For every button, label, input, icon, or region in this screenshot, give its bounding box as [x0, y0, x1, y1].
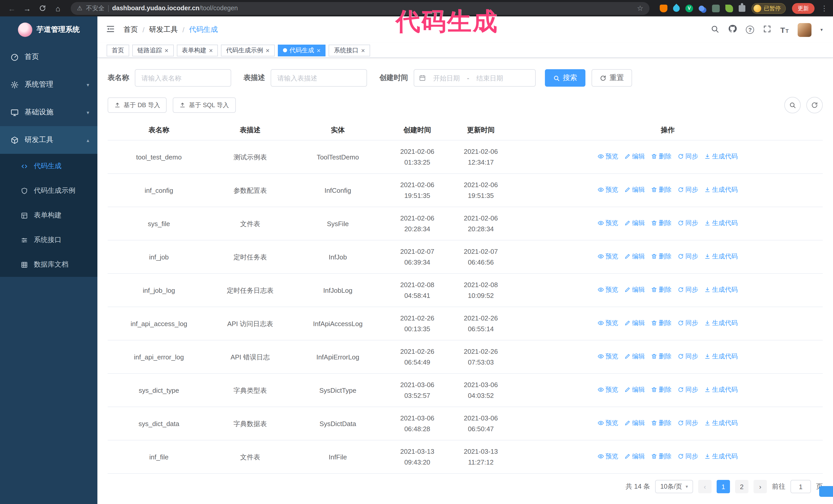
bookmark-star-icon[interactable]: ☆ [637, 4, 643, 12]
breadcrumb-devtools[interactable]: 研发工具 [149, 25, 178, 34]
action-edit[interactable]: 编辑 [624, 451, 645, 462]
kebab-menu-icon[interactable]: ⋮ [821, 4, 828, 12]
extension-drop-icon[interactable] [672, 4, 681, 13]
action-edit[interactable]: 编辑 [624, 151, 645, 162]
chevron-down-icon[interactable]: ▾ [820, 27, 823, 32]
start-date-input[interactable] [428, 74, 466, 82]
fullscreen-icon[interactable] [763, 24, 771, 35]
action-generate[interactable]: 生成代码 [704, 351, 738, 362]
home-button[interactable]: ⌂ [51, 2, 65, 15]
close-icon[interactable]: × [317, 47, 320, 54]
tab-5[interactable]: 系统接口× [329, 44, 370, 56]
table-desc-input[interactable] [271, 69, 367, 87]
end-date-input[interactable] [471, 74, 509, 82]
action-edit[interactable]: 编辑 [624, 351, 645, 362]
action-delete[interactable]: 删除 [651, 351, 671, 362]
backtop-button[interactable] [819, 486, 833, 497]
hamburger-icon[interactable] [105, 24, 115, 35]
action-edit[interactable]: 编辑 [624, 285, 645, 295]
action-generate[interactable]: 生成代码 [704, 451, 738, 462]
sidebar-item-db-doc[interactable]: 数据库文档 [0, 252, 97, 277]
refresh-button[interactable] [36, 2, 49, 15]
action-generate[interactable]: 生成代码 [704, 418, 738, 429]
action-generate[interactable]: 生成代码 [704, 285, 738, 295]
action-preview[interactable]: 预览 [598, 385, 618, 395]
action-preview[interactable]: 预览 [598, 351, 618, 362]
action-preview[interactable]: 预览 [598, 251, 618, 262]
action-preview[interactable]: 预览 [598, 285, 618, 295]
reset-button[interactable]: 重置 [592, 69, 632, 87]
github-icon[interactable] [728, 24, 737, 35]
app-logo[interactable]: 芋道管理系统 [0, 17, 97, 43]
security-warning-icon[interactable]: ⚠ [77, 5, 82, 12]
action-sync[interactable]: 同步 [678, 318, 698, 329]
action-sync[interactable]: 同步 [678, 351, 698, 362]
extension-leaf-icon[interactable] [725, 4, 733, 12]
action-delete[interactable]: 删除 [651, 418, 671, 429]
user-avatar[interactable] [798, 23, 812, 37]
date-range-picker[interactable]: - [414, 69, 536, 87]
font-size-icon[interactable]: TT [780, 25, 789, 34]
close-icon[interactable]: × [209, 47, 213, 54]
forward-button[interactable]: → [21, 2, 34, 15]
help-icon[interactable]: ? [746, 26, 754, 34]
action-sync[interactable]: 同步 [678, 251, 698, 262]
sidebar-item-form-builder[interactable]: 表单构建 [0, 203, 97, 227]
action-preview[interactable]: 预览 [598, 185, 618, 195]
action-preview[interactable]: 预览 [598, 218, 618, 229]
action-sync[interactable]: 同步 [678, 418, 698, 429]
sidebar-item-infrastructure[interactable]: 基础设施 ▾ [0, 98, 97, 126]
action-delete[interactable]: 删除 [651, 385, 671, 395]
close-icon[interactable]: × [165, 47, 168, 54]
tab-1[interactable]: 链路追踪× [132, 44, 173, 56]
import-db-button[interactable]: 基于 DB 导入 [108, 97, 167, 113]
action-preview[interactable]: 预览 [598, 418, 618, 429]
paused-badge[interactable]: 已暂停 [752, 3, 786, 14]
extension-people-icon[interactable] [699, 5, 704, 11]
sidebar-item-devtools[interactable]: 研发工具 ▴ [0, 126, 97, 154]
action-preview[interactable]: 预览 [598, 451, 618, 462]
action-sync[interactable]: 同步 [678, 451, 698, 462]
tab-0[interactable]: 首页 [106, 44, 129, 56]
action-delete[interactable]: 删除 [651, 185, 671, 195]
tab-3[interactable]: 代码生成示例× [221, 44, 275, 56]
extensions-puzzle-icon[interactable] [739, 5, 745, 11]
action-sync[interactable]: 同步 [678, 385, 698, 395]
refresh-table-button[interactable] [806, 97, 823, 113]
action-sync[interactable]: 同步 [678, 218, 698, 229]
action-generate[interactable]: 生成代码 [704, 151, 738, 162]
action-generate[interactable]: 生成代码 [704, 185, 738, 195]
tab-2[interactable]: 表单构建× [176, 44, 218, 56]
action-generate[interactable]: 生成代码 [704, 385, 738, 395]
action-generate[interactable]: 生成代码 [704, 251, 738, 262]
sidebar-item-system[interactable]: 系统管理 ▾ [0, 71, 97, 98]
table-name-input[interactable] [135, 69, 231, 87]
sidebar-item-home[interactable]: 首页 [0, 43, 97, 71]
action-delete[interactable]: 删除 [651, 285, 671, 295]
action-delete[interactable]: 删除 [651, 151, 671, 162]
prev-page-button[interactable]: ‹ [698, 480, 712, 493]
search-icon[interactable] [711, 24, 719, 35]
action-generate[interactable]: 生成代码 [704, 318, 738, 329]
action-sync[interactable]: 同步 [678, 185, 698, 195]
action-preview[interactable]: 预览 [598, 318, 618, 329]
action-delete[interactable]: 删除 [651, 451, 671, 462]
address-bar[interactable]: ⚠ 不安全 dashboard.yudao.iocoder.cn/tool/co… [71, 2, 649, 15]
extension-shield-icon[interactable] [660, 4, 667, 12]
update-button[interactable]: 更新 [792, 3, 814, 14]
action-edit[interactable]: 编辑 [624, 418, 645, 429]
page-size-select[interactable]: 10条/页 ▾ [655, 480, 693, 493]
page-button-1[interactable]: 1 [717, 480, 730, 493]
back-button[interactable]: ← [5, 2, 19, 15]
action-sync[interactable]: 同步 [678, 285, 698, 295]
search-button[interactable]: 搜索 [545, 69, 586, 87]
import-sql-button[interactable]: 基于 SQL 导入 [173, 97, 236, 113]
action-edit[interactable]: 编辑 [624, 185, 645, 195]
breadcrumb-home[interactable]: 首页 [123, 25, 138, 34]
extension-square-icon[interactable] [712, 4, 720, 12]
action-edit[interactable]: 编辑 [624, 251, 645, 262]
page-button-2[interactable]: 2 [735, 480, 748, 493]
action-delete[interactable]: 删除 [651, 218, 671, 229]
sidebar-item-codegen[interactable]: 代码生成 [0, 154, 97, 178]
tab-4[interactable]: 代码生成× [278, 44, 326, 56]
